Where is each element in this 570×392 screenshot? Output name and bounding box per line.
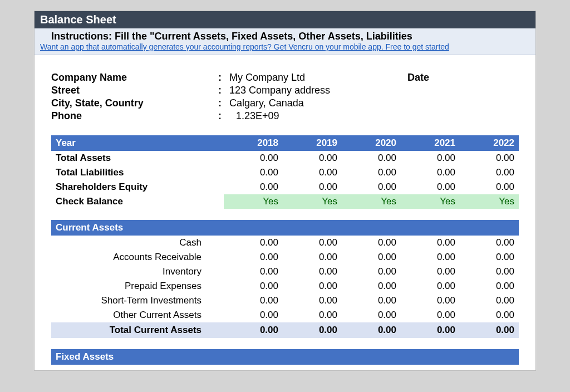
cell[interactable]: 0.00 xyxy=(401,250,460,264)
cell[interactable]: 0.00 xyxy=(283,293,342,308)
cell[interactable]: 0.00 xyxy=(283,236,342,250)
cell[interactable]: 0.00 xyxy=(224,165,283,180)
cell: 0.00 xyxy=(283,322,342,338)
cell: 0.00 xyxy=(460,322,519,338)
cell[interactable]: 0.00 xyxy=(224,308,283,322)
colon: : xyxy=(218,110,229,122)
section-title: Current Assets xyxy=(51,220,519,236)
cell[interactable]: 0.00 xyxy=(460,293,519,308)
cell[interactable]: 0.00 xyxy=(224,264,283,279)
summary-table: Year 2018 2019 2020 2021 2022 Total Asse… xyxy=(51,135,519,209)
cell[interactable]: 0.00 xyxy=(401,264,460,279)
colon: : xyxy=(218,85,229,96)
row-label: Prepaid Expenses xyxy=(51,279,224,293)
year-header-row: Year 2018 2019 2020 2021 2022 xyxy=(51,135,519,151)
city-label: City, State, Country xyxy=(51,97,218,109)
cell[interactable]: 0.00 xyxy=(342,151,401,165)
cell[interactable]: 0.00 xyxy=(283,279,342,293)
asset-row-cash: Cash 0.00 0.00 0.00 0.00 0.00 xyxy=(51,236,519,250)
cell[interactable]: 0.00 xyxy=(283,308,342,322)
street-value[interactable]: 123 Company address xyxy=(229,85,407,96)
cell[interactable]: 0.00 xyxy=(401,236,460,250)
cell: 0.00 xyxy=(224,322,283,338)
cell[interactable]: 0.00 xyxy=(460,250,519,264)
cell[interactable]: 0.00 xyxy=(283,151,342,165)
cell[interactable]: 0.00 xyxy=(342,180,401,194)
cell[interactable]: 0.00 xyxy=(224,250,283,264)
document-title: Balance Sheet xyxy=(35,11,535,28)
cell: 0.00 xyxy=(342,322,401,338)
company-name-label: Company Name xyxy=(51,72,218,84)
cell[interactable]: 0.00 xyxy=(460,165,519,180)
company-name-value[interactable]: My Company Ltd xyxy=(229,72,407,84)
colon: : xyxy=(218,72,229,84)
cell[interactable]: 0.00 xyxy=(224,236,283,250)
asset-row-prepaid: Prepaid Expenses 0.00 0.00 0.00 0.00 0.0… xyxy=(51,279,519,293)
balance-sheet-document: Balance Sheet Instructions: Fill the "Cu… xyxy=(35,11,535,370)
row-label: Inventory xyxy=(51,264,224,279)
row-label: Total Liabilities xyxy=(51,165,224,180)
asset-row-inventory: Inventory 0.00 0.00 0.00 0.00 0.00 xyxy=(51,264,519,279)
asset-row-stinv: Short-Term Investments 0.00 0.00 0.00 0.… xyxy=(51,293,519,308)
promo-link[interactable]: Want an app that automatically generates… xyxy=(35,42,535,55)
cell[interactable]: 0.00 xyxy=(283,180,342,194)
phone-label: Phone xyxy=(51,110,218,122)
cell[interactable]: 0.00 xyxy=(342,165,401,180)
cell[interactable]: 0.00 xyxy=(401,293,460,308)
total-liabilities-row: Total Liabilities 0.00 0.00 0.00 0.00 0.… xyxy=(51,165,519,180)
cell[interactable]: 0.00 xyxy=(224,151,283,165)
company-info: Company Name : My Company Ltd Date Stree… xyxy=(51,72,519,122)
cell[interactable]: 0.00 xyxy=(342,293,401,308)
year-col: 2019 xyxy=(283,135,342,151)
row-label: Shareholders Equity xyxy=(51,180,224,194)
cell[interactable]: 0.00 xyxy=(460,279,519,293)
cell: Yes xyxy=(224,194,283,209)
year-col: 2018 xyxy=(224,135,283,151)
cell[interactable]: 0.00 xyxy=(342,236,401,250)
cell[interactable]: 0.00 xyxy=(460,264,519,279)
row-label: Total Current Assets xyxy=(51,322,224,338)
cell[interactable]: 0.00 xyxy=(401,308,460,322)
asset-row-other: Other Current Assets 0.00 0.00 0.00 0.00… xyxy=(51,308,519,322)
year-col: 2020 xyxy=(342,135,401,151)
year-col: 2022 xyxy=(460,135,519,151)
row-label: Cash xyxy=(51,236,224,250)
cell[interactable]: 0.00 xyxy=(283,264,342,279)
cell[interactable]: 0.00 xyxy=(342,279,401,293)
cell[interactable]: 0.00 xyxy=(401,165,460,180)
cell[interactable]: 0.00 xyxy=(224,180,283,194)
cell[interactable]: 0.00 xyxy=(460,308,519,322)
cell: Yes xyxy=(460,194,519,209)
cell[interactable]: 0.00 xyxy=(460,151,519,165)
row-label: Accounts Receivable xyxy=(51,250,224,264)
year-label: Year xyxy=(51,135,224,151)
cell[interactable]: 0.00 xyxy=(224,279,283,293)
row-label: Short-Term Investments xyxy=(51,293,224,308)
city-value[interactable]: Calgary, Canada xyxy=(229,97,407,109)
cell[interactable]: 0.00 xyxy=(283,250,342,264)
street-label: Street xyxy=(51,85,218,96)
cell[interactable]: 0.00 xyxy=(342,308,401,322)
cell[interactable]: 0.00 xyxy=(401,151,460,165)
cell[interactable]: 0.00 xyxy=(342,250,401,264)
cell[interactable]: 0.00 xyxy=(401,279,460,293)
cell[interactable]: 0.00 xyxy=(342,264,401,279)
check-balance-row: Check Balance Yes Yes Yes Yes Yes xyxy=(51,194,519,209)
total-current-assets-row: Total Current Assets 0.00 0.00 0.00 0.00… xyxy=(51,322,519,338)
cell: Yes xyxy=(401,194,460,209)
instructions-text: Instructions: Fill the "Current Assets, … xyxy=(35,28,535,42)
current-assets-header: Current Assets xyxy=(51,220,519,236)
cell[interactable]: 0.00 xyxy=(460,236,519,250)
colon: : xyxy=(218,97,229,109)
section-title: Fixed Assets xyxy=(51,349,519,365)
current-assets-table: Current Assets Cash 0.00 0.00 0.00 0.00 … xyxy=(51,220,519,338)
row-label: Total Assets xyxy=(51,151,224,165)
cell: Yes xyxy=(283,194,342,209)
instructions-box: Instructions: Fill the "Current Assets, … xyxy=(35,28,535,55)
cell[interactable]: 0.00 xyxy=(283,165,342,180)
cell: 0.00 xyxy=(401,322,460,338)
cell[interactable]: 0.00 xyxy=(460,180,519,194)
cell[interactable]: 0.00 xyxy=(401,180,460,194)
phone-value[interactable]: 1.23E+09 xyxy=(229,110,407,122)
cell[interactable]: 0.00 xyxy=(224,293,283,308)
